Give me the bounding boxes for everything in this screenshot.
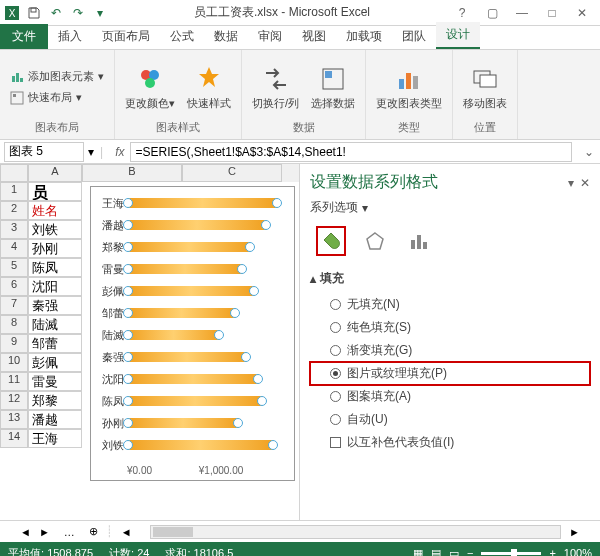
tab-data[interactable]: 数据 bbox=[204, 24, 248, 49]
qat-dropdown-icon[interactable]: ▾ bbox=[92, 5, 108, 21]
select-data-button[interactable]: 选择数据 bbox=[309, 61, 357, 112]
chart-bar[interactable] bbox=[127, 198, 278, 208]
tab-insert[interactable]: 插入 bbox=[48, 24, 92, 49]
cell[interactable]: 刘铁 bbox=[28, 220, 82, 239]
row-header[interactable]: 10 bbox=[0, 353, 28, 372]
chart-bar[interactable] bbox=[127, 418, 239, 428]
radio-solid-fill[interactable]: 纯色填充(S) bbox=[310, 316, 590, 339]
cell[interactable]: 彭佩 bbox=[28, 353, 82, 372]
switch-row-col-button[interactable]: 切换行/列 bbox=[250, 61, 301, 112]
chart-bar[interactable] bbox=[127, 396, 263, 406]
expand-formula-icon[interactable]: ⌄ bbox=[578, 145, 600, 159]
row-header[interactable]: 1 bbox=[0, 182, 28, 201]
radio-picture-fill[interactable]: 图片或纹理填充(P) bbox=[310, 362, 590, 385]
cell[interactable]: 郑黎 bbox=[28, 391, 82, 410]
change-color-button[interactable]: 更改颜色▾ bbox=[123, 61, 177, 112]
chart-bar-row[interactable]: 孙刚 bbox=[91, 415, 239, 431]
chart-bar[interactable] bbox=[127, 374, 259, 384]
zoom-in-icon[interactable]: + bbox=[549, 547, 555, 556]
add-sheet-button[interactable]: ⊕ bbox=[89, 525, 98, 538]
sheet-nav-prev[interactable]: ◄ bbox=[20, 526, 31, 538]
chart-bar-row[interactable]: 秦强 bbox=[91, 349, 247, 365]
radio-auto-fill[interactable]: 自动(U) bbox=[310, 408, 590, 431]
maximize-icon[interactable]: □ bbox=[542, 6, 562, 20]
cell[interactable]: 沈阳 bbox=[28, 277, 82, 296]
worksheet[interactable]: A B C 1员2姓名3刘铁4孙刚5陈凤6沈阳7秦强8陆滅9邹蕾10彭佩11雷曼… bbox=[0, 164, 300, 520]
tab-design[interactable]: 设计 bbox=[436, 22, 480, 49]
row-header[interactable]: 12 bbox=[0, 391, 28, 410]
tab-team[interactable]: 团队 bbox=[392, 24, 436, 49]
pane-close-icon[interactable]: ✕ bbox=[580, 176, 590, 190]
zoom-out-icon[interactable]: − bbox=[467, 547, 473, 556]
col-header-a[interactable]: A bbox=[28, 164, 82, 182]
tab-formula[interactable]: 公式 bbox=[160, 24, 204, 49]
chart-bar-row[interactable]: 郑黎 bbox=[91, 239, 251, 255]
cell[interactable]: 潘越 bbox=[28, 410, 82, 429]
row-header[interactable]: 9 bbox=[0, 334, 28, 353]
chart-bar-row[interactable]: 潘越 bbox=[91, 217, 267, 233]
series-options-icon[interactable] bbox=[404, 226, 434, 256]
chart-bar[interactable] bbox=[127, 352, 247, 362]
row-header[interactable]: 7 bbox=[0, 296, 28, 315]
chart-bar[interactable] bbox=[127, 440, 274, 450]
row-header[interactable]: 11 bbox=[0, 372, 28, 391]
pane-subtitle[interactable]: 系列选项▾ bbox=[310, 199, 590, 216]
cell[interactable]: 员 bbox=[28, 182, 82, 201]
chart-bar-row[interactable]: 彭佩 bbox=[91, 283, 255, 299]
tab-addin[interactable]: 加载项 bbox=[336, 24, 392, 49]
cell[interactable]: 雷曼 bbox=[28, 372, 82, 391]
fill-section-header[interactable]: ▴填充 bbox=[310, 270, 590, 287]
row-header[interactable]: 5 bbox=[0, 258, 28, 277]
hscroll-left[interactable]: ◄ bbox=[121, 526, 132, 538]
cell[interactable]: 陈凤 bbox=[28, 258, 82, 277]
row-header[interactable]: 13 bbox=[0, 410, 28, 429]
tab-layout[interactable]: 页面布局 bbox=[92, 24, 160, 49]
close-icon[interactable]: ✕ bbox=[572, 6, 592, 20]
quick-style-button[interactable]: 快速样式 bbox=[185, 61, 233, 112]
row-header[interactable]: 8 bbox=[0, 315, 28, 334]
move-chart-button[interactable]: 移动图表 bbox=[461, 61, 509, 112]
col-header-b[interactable]: B bbox=[82, 164, 182, 182]
chevron-down-icon[interactable]: ▾ bbox=[88, 145, 94, 159]
quick-layout-button[interactable]: 快速布局▾ bbox=[8, 88, 106, 107]
hscroll-right[interactable]: ► bbox=[569, 526, 580, 538]
minimize-icon[interactable]: — bbox=[512, 6, 532, 20]
pane-menu-icon[interactable]: ▾ bbox=[568, 176, 574, 190]
cell[interactable]: 孙刚 bbox=[28, 239, 82, 258]
view-normal-icon[interactable]: ▦ bbox=[413, 547, 423, 557]
chart-bar[interactable] bbox=[127, 330, 220, 340]
tab-file[interactable]: 文件 bbox=[0, 24, 48, 49]
fill-line-icon[interactable] bbox=[316, 226, 346, 256]
tab-view[interactable]: 视图 bbox=[292, 24, 336, 49]
formula-input[interactable] bbox=[130, 142, 572, 162]
col-header-c[interactable]: C bbox=[182, 164, 282, 182]
chart-bar[interactable] bbox=[127, 264, 243, 274]
check-invert-negative[interactable]: 以互补色代表负值(I) bbox=[310, 431, 590, 454]
fx-icon[interactable]: fx bbox=[115, 145, 124, 159]
chart-bar-row[interactable]: 陈凤 bbox=[91, 393, 263, 409]
chart-bar-row[interactable]: 邹蕾 bbox=[91, 305, 236, 321]
cell[interactable]: 姓名 bbox=[28, 201, 82, 220]
select-all-corner[interactable] bbox=[0, 164, 28, 182]
redo-icon[interactable]: ↷ bbox=[70, 5, 86, 21]
radio-no-fill[interactable]: 无填充(N) bbox=[310, 293, 590, 316]
chart-bar-row[interactable]: 雷曼 bbox=[91, 261, 243, 277]
undo-icon[interactable]: ↶ bbox=[48, 5, 64, 21]
chart-bar[interactable] bbox=[127, 220, 267, 230]
radio-gradient-fill[interactable]: 渐变填充(G) bbox=[310, 339, 590, 362]
help-icon[interactable]: ? bbox=[452, 6, 472, 20]
chart-bar[interactable] bbox=[127, 242, 251, 252]
sheet-nav-next[interactable]: ► bbox=[39, 526, 50, 538]
horizontal-scrollbar[interactable] bbox=[150, 525, 561, 539]
chart-bar-row[interactable]: 沈阳 bbox=[91, 371, 259, 387]
radio-pattern-fill[interactable]: 图案填充(A) bbox=[310, 385, 590, 408]
cell[interactable]: 王海 bbox=[28, 429, 82, 448]
tab-review[interactable]: 审阅 bbox=[248, 24, 292, 49]
name-box[interactable] bbox=[4, 142, 84, 162]
ribbon-toggle-icon[interactable]: ▢ bbox=[482, 6, 502, 20]
cell[interactable]: 邹蕾 bbox=[28, 334, 82, 353]
sheet-tab-ellipsis[interactable]: … bbox=[58, 524, 81, 540]
cell[interactable]: 陆滅 bbox=[28, 315, 82, 334]
zoom-slider[interactable] bbox=[481, 552, 541, 555]
row-header[interactable]: 4 bbox=[0, 239, 28, 258]
